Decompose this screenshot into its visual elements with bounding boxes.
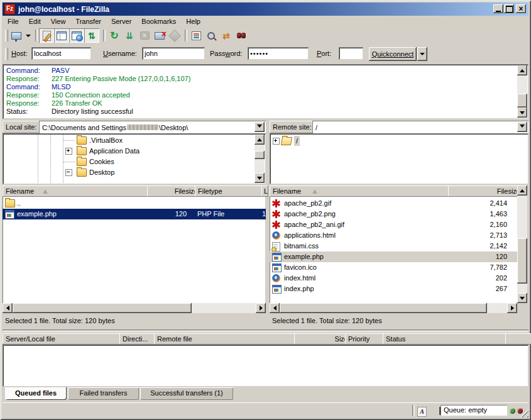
file-row[interactable]: apache_pb2_ani.gif2,160 xyxy=(270,219,517,230)
directory-comparison-button[interactable] xyxy=(204,28,219,43)
reconnect-button[interactable] xyxy=(167,28,182,43)
transfer-type-icon[interactable] xyxy=(417,407,427,417)
file-row-selected[interactable]: example.php120 xyxy=(270,251,517,262)
remote-site-combo[interactable]: / xyxy=(312,121,528,133)
find-files-button[interactable] xyxy=(234,28,249,43)
remote-site-dropdown-button[interactable] xyxy=(517,122,527,132)
port-input[interactable] xyxy=(339,47,363,60)
tree-item-root[interactable]: / xyxy=(270,136,521,146)
queue-list[interactable] xyxy=(3,345,528,387)
column-header-status[interactable]: Status xyxy=(383,333,512,345)
column-header-size[interactable]: Size xyxy=(294,333,351,345)
menu-edit[interactable]: Edit xyxy=(24,16,46,26)
tab-failed-transfers[interactable]: Failed transfers xyxy=(68,387,139,400)
file-row[interactable]: index.php267 xyxy=(270,284,517,294)
local-site-combo[interactable]: C:\Documents and Settings\Desktop\ xyxy=(39,121,266,133)
tree-item-cookies[interactable]: Cookies xyxy=(3,157,254,167)
site-manager-button[interactable] xyxy=(9,28,24,43)
scrollbar-thumb[interactable] xyxy=(517,238,527,284)
column-header-filename[interactable]: Filename xyxy=(3,185,153,197)
column-header-remote-file[interactable]: Remote file xyxy=(154,333,300,345)
toggle-local-tree-button[interactable] xyxy=(54,28,69,43)
tree-stub xyxy=(63,162,75,162)
minimize-button[interactable] xyxy=(493,4,503,13)
remote-list-scrollbar[interactable] xyxy=(517,185,527,303)
expand-plus-icon[interactable] xyxy=(65,148,72,155)
maximize-button[interactable] xyxy=(504,4,514,13)
file-row[interactable]: index.html202 xyxy=(270,273,517,284)
scroll-right-button[interactable] xyxy=(507,303,517,313)
scrollbar-thumb[interactable] xyxy=(255,151,265,159)
scroll-left-button[interactable] xyxy=(3,303,13,313)
disconnect-button[interactable] xyxy=(152,28,167,43)
column-header-filetype[interactable]: Filetype xyxy=(195,185,268,197)
tab-queued-files[interactable]: Queued files xyxy=(5,387,67,400)
column-header-filesize[interactable]: Filesize xyxy=(448,185,523,197)
column-header-server-local-file[interactable]: Server/Local file xyxy=(3,333,126,345)
scroll-down-button[interactable] xyxy=(517,293,527,303)
password-input[interactable] xyxy=(248,47,309,60)
menu-help[interactable]: Help xyxy=(181,16,205,26)
scroll-up-button[interactable] xyxy=(517,185,527,196)
file-row[interactable]: apache_pb2.png1,463 xyxy=(270,209,517,219)
toggle-message-log-button[interactable] xyxy=(39,28,54,43)
window-title: john@localhost - FileZilla xyxy=(18,5,109,14)
username-label: Username: xyxy=(103,50,137,57)
disconnect-icon xyxy=(155,32,165,40)
scroll-left-button[interactable] xyxy=(270,303,280,313)
directory-listing-filters-button[interactable] xyxy=(189,28,204,43)
menu-bookmarks[interactable]: Bookmarks xyxy=(136,16,181,26)
expand-plus-icon[interactable] xyxy=(273,138,280,145)
tab-successful-transfers[interactable]: Successful transfers (1) xyxy=(140,387,233,400)
scroll-up-button[interactable] xyxy=(255,135,265,145)
collapse-minus-icon[interactable] xyxy=(65,169,72,176)
file-row[interactable]: bitnami.css2,142 xyxy=(270,241,517,251)
tree-item-application-data[interactable]: Application Data xyxy=(3,146,254,156)
splitter[interactable] xyxy=(3,329,528,332)
file-row[interactable]: favicon.ico7,782 xyxy=(270,262,517,273)
file-row[interactable]: apache_pb2.gif2,414 xyxy=(270,198,517,209)
quickconnect-dropdown-button[interactable] xyxy=(417,47,427,61)
menu-server[interactable]: Server xyxy=(106,16,136,26)
cancel-operation-button[interactable]: × xyxy=(137,28,152,43)
remote-tree: / xyxy=(270,133,528,184)
scroll-right-button[interactable] xyxy=(256,303,266,313)
local-site-dropdown-button[interactable] xyxy=(255,122,265,132)
menu-transfer[interactable]: Transfer xyxy=(70,16,106,26)
file-row-example-php[interactable]: example.php 120 PHP File 1 xyxy=(3,209,266,219)
scroll-down-button[interactable] xyxy=(255,173,265,183)
close-button[interactable]: × xyxy=(516,4,526,13)
column-header-filesize[interactable]: Filesize xyxy=(147,185,201,197)
column-header-filename[interactable]: Filename xyxy=(270,185,454,197)
remote-list-hscrollbar[interactable] xyxy=(270,303,517,313)
site-manager-dropdown-button[interactable] xyxy=(24,28,32,43)
host-input[interactable] xyxy=(31,47,91,60)
scrollbar-thumb[interactable] xyxy=(517,94,527,108)
tree-item-virtualbox[interactable]: .VirtualBox xyxy=(3,135,254,145)
column-header-last-modified[interactable]: L xyxy=(261,185,268,197)
file-row-updir[interactable]: .. xyxy=(3,198,266,209)
scroll-down-button[interactable] xyxy=(517,108,527,118)
scroll-up-button[interactable] xyxy=(517,65,527,75)
refresh-button[interactable]: ↻ xyxy=(107,28,122,43)
file-size: 202 xyxy=(448,273,507,284)
toggle-remote-tree-button[interactable] xyxy=(69,28,84,43)
menu-view[interactable]: View xyxy=(46,16,71,26)
local-tree-scrollbar[interactable] xyxy=(255,135,265,183)
title-bar[interactable]: Fz john@localhost - FileZilla × xyxy=(3,3,528,16)
username-input[interactable] xyxy=(142,47,205,60)
toggle-queue-button[interactable]: ⇅ xyxy=(84,28,99,43)
local-list-hscrollbar[interactable] xyxy=(3,303,266,313)
scrollbar-thumb[interactable] xyxy=(13,303,192,313)
file-name: .. xyxy=(17,198,21,209)
process-queue-button[interactable]: ⇊ xyxy=(122,28,137,43)
file-row[interactable]: applications.html2,713 xyxy=(270,230,517,241)
toolbar-grip[interactable] xyxy=(5,30,8,41)
quickconnect-button[interactable]: Quickconnect xyxy=(369,47,417,61)
tree-item-desktop[interactable]: Desktop xyxy=(3,167,254,177)
scrollbar-thumb[interactable] xyxy=(280,303,487,313)
quickbar-grip[interactable] xyxy=(5,48,8,60)
log-scrollbar[interactable] xyxy=(517,65,527,118)
menu-file[interactable]: File xyxy=(3,16,24,26)
synchronized-browsing-button[interactable]: ⇄ xyxy=(219,28,234,43)
